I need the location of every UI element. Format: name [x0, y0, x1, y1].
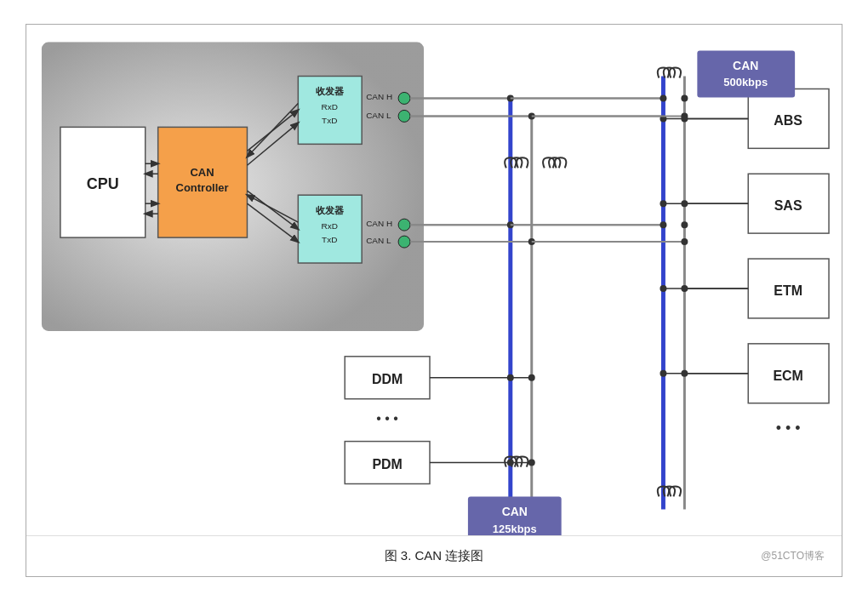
caption-text: 图 3. CAN 连接图 — [385, 548, 484, 564]
svg-point-89 — [660, 221, 666, 228]
svg-point-68 — [528, 374, 535, 380]
svg-text:•  •  •: • • • — [376, 410, 398, 425]
svg-text:•  •  •: • • • — [776, 419, 801, 436]
svg-point-93 — [681, 115, 688, 122]
svg-text:收发器: 收发器 — [316, 86, 345, 96]
svg-point-99 — [681, 369, 688, 376]
svg-point-95 — [681, 200, 688, 207]
svg-text:CAN H: CAN H — [366, 92, 392, 101]
svg-text:500kbps: 500kbps — [723, 76, 768, 89]
svg-point-100 — [681, 94, 688, 101]
svg-text:ETM: ETM — [774, 283, 802, 297]
svg-text:DDM: DDM — [372, 371, 403, 386]
svg-text:Controller: Controller — [176, 181, 229, 194]
svg-text:ABS: ABS — [774, 113, 802, 128]
svg-text:CAN L: CAN L — [366, 236, 391, 245]
cpu-label: CPU — [87, 175, 119, 192]
svg-point-30 — [398, 219, 410, 231]
svg-text:ECM: ECM — [773, 368, 802, 382]
svg-point-101 — [681, 221, 688, 228]
watermark: @51CTO博客 — [761, 549, 825, 563]
svg-text:CAN: CAN — [191, 166, 214, 179]
svg-point-85 — [660, 94, 666, 101]
svg-text:TxD: TxD — [322, 235, 337, 244]
outer-container: CPU CAN Controller 收发器 RxD TxD 收发器 RxD T… — [26, 24, 842, 577]
svg-text:SAS: SAS — [774, 198, 802, 213]
svg-point-28 — [398, 92, 410, 104]
svg-point-97 — [681, 284, 688, 291]
svg-point-91 — [681, 238, 688, 245]
svg-text:RxD: RxD — [322, 102, 338, 111]
svg-point-29 — [398, 110, 410, 122]
svg-point-31 — [398, 236, 410, 248]
svg-point-47 — [660, 369, 666, 376]
svg-point-45 — [660, 284, 666, 291]
svg-text:收发器: 收发器 — [316, 205, 345, 215]
svg-text:CAN H: CAN H — [366, 219, 392, 228]
svg-text:125kbps: 125kbps — [493, 523, 537, 535]
svg-text:CAN: CAN — [502, 505, 528, 518]
svg-point-43 — [660, 200, 666, 207]
svg-point-72 — [528, 459, 535, 466]
svg-text:RxD: RxD — [322, 221, 338, 231]
svg-text:TxD: TxD — [322, 116, 337, 125]
caption: 图 3. CAN 连接图 @51CTO博客 — [26, 535, 842, 576]
svg-text:CAN: CAN — [733, 58, 758, 71]
diagram-area: CPU CAN Controller 收发器 RxD TxD 收发器 RxD T… — [26, 25, 842, 535]
svg-text:CAN L: CAN L — [366, 111, 391, 120]
svg-text:PDM: PDM — [372, 456, 402, 471]
